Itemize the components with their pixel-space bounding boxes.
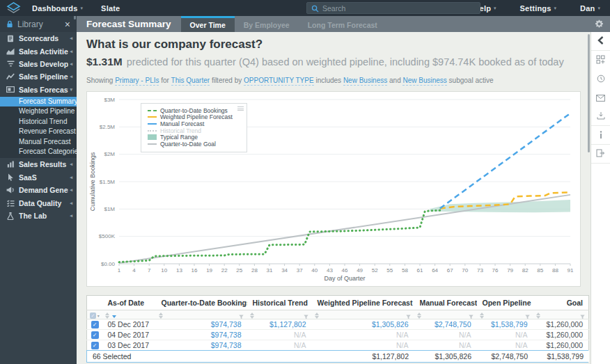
sort-control-weighted-pipeline-forecast[interactable] — [315, 312, 319, 319]
legend-marker-blue-line — [148, 123, 157, 125]
sidebar-item-sales-pipeline[interactable]: Sales Pipeline◂ — [0, 70, 77, 83]
series-quarter-to-date-goal — [119, 195, 570, 263]
filter-link-opportunity-type[interactable]: OPPORTUNITY TYPE — [244, 77, 314, 86]
x-tick-label: 49 — [357, 267, 363, 274]
tab-bar: Over TimeBy EmployeeLong Term Forecast — [181, 16, 386, 32]
sidebar-item-scorecards[interactable]: Scorecards◂ — [0, 32, 77, 45]
cell-quarter-to-date-bookings[interactable]: $974,738 — [156, 340, 247, 351]
sidebar-nav: Scorecards◂Sales Activities◂Sales Develo… — [0, 32, 77, 364]
select-all-checkbox[interactable]: ✓ — [90, 312, 96, 319]
main-scrollbar[interactable] — [588, 34, 591, 152]
sort-control-quarter-to-date-bookings[interactable] — [159, 312, 163, 319]
column-header-historical-trend[interactable]: Historical Trend — [247, 296, 312, 310]
filter-link-primary-plis[interactable]: Primary - PLIs — [115, 77, 159, 86]
filter-funnel-icon[interactable] — [580, 312, 585, 319]
rail-button-history[interactable] — [591, 70, 610, 88]
cell-quarter-to-date-bookings[interactable]: $974,738 — [156, 330, 247, 340]
sort-control-goal[interactable] — [536, 312, 540, 319]
sidebar-item-data-quality[interactable]: Data Quality◂ — [0, 196, 77, 209]
sidebar-item-forecast-summary[interactable]: Forecast Summary — [0, 97, 77, 106]
sidebar-item-sales-development[interactable]: Sales Development◂ — [0, 58, 77, 70]
close-icon[interactable]: × — [65, 19, 70, 29]
tab-by-employee[interactable]: By Employee — [235, 16, 299, 32]
filter-funnel-icon[interactable] — [304, 312, 308, 319]
filter-funnel-icon[interactable] — [525, 312, 530, 319]
filter-summary-line: Showing Primary - PLIs for This Quarter … — [86, 77, 494, 84]
legend-item-quarter-to-date-bookings[interactable]: Quarter-to-Date Bookings — [148, 107, 233, 114]
sidebar-item-manual-forecast[interactable]: Manual Forecast — [0, 137, 77, 147]
rail-button-email[interactable] — [591, 88, 610, 107]
export-icon — [596, 148, 605, 160]
legend-item-quarter-to-date-goal[interactable]: Quarter-to-Date Goal — [148, 141, 233, 148]
legend-menu-icon[interactable] — [237, 106, 244, 112]
search-icon — [311, 5, 319, 13]
sidebar-item-historical-trend[interactable]: Historical Trend — [0, 117, 77, 127]
dashboards-menu[interactable]: Dashboards ▾ — [32, 4, 83, 13]
legend-item-weighted-pipeline-forecast[interactable]: Weighted Pipeline Forecast — [148, 114, 233, 121]
cell-as-of-date: 05 Dec 2017 — [102, 319, 156, 330]
search-input[interactable] — [322, 3, 476, 13]
footer-row: 66 Selected$1,127,802$1,305,826$2,748,75… — [87, 351, 589, 362]
cell-manual-forecast[interactable]: $2,748,750 — [414, 319, 477, 330]
row-checkbox[interactable]: ✓ — [91, 342, 99, 349]
sidebar-item-weighted-pipeline[interactable]: Weighted Pipeline — [0, 106, 77, 116]
rail-button-download[interactable] — [591, 107, 610, 126]
cell-open-pipeline[interactable]: $1,538,799 — [477, 319, 533, 330]
column-header-weighted-pipeline-forecast[interactable]: Weighted Pipeline Forecast — [312, 296, 414, 310]
cell-historical-trend[interactable]: $1,127,802 — [247, 319, 312, 330]
slate-menu[interactable]: Slate — [101, 4, 120, 13]
cell-quarter-to-date-bookings[interactable]: $974,738 — [156, 319, 247, 330]
sidebar-item-label: Sales Pipeline — [19, 72, 68, 81]
legend-item-manual-forecast[interactable]: Manual Forecast — [148, 120, 233, 127]
sidebar-item-forecast-categories[interactable]: Forecast Categories — [0, 147, 77, 157]
legend-item-typical-range[interactable]: Typical Range — [148, 134, 233, 141]
sort-control-open-pipeline[interactable] — [480, 312, 484, 319]
sidebar-item-sales-activities[interactable]: Sales Activities◂ — [0, 45, 77, 57]
column-header-as-of-date[interactable]: As-of Date — [102, 296, 156, 310]
filter-funnel-icon[interactable] — [239, 312, 244, 319]
user-menu[interactable]: Dan ▾ — [580, 4, 600, 13]
active-sort-desc-icon — [112, 314, 116, 319]
sort-control-historical-trend[interactable] — [250, 312, 254, 319]
row-checkbox[interactable]: ✓ — [91, 331, 99, 339]
cell-weighted-pipeline-forecast[interactable]: $1,305,826 — [312, 319, 414, 330]
column-header-quarter-to-date-bookings[interactable]: Quarter-to-Date Bookings — [156, 296, 247, 310]
sidebar-item-the-lab[interactable]: The Lab◂ — [0, 209, 77, 222]
filter-link-new-business[interactable]: New Business — [343, 77, 387, 86]
y-tick-label: $2M — [104, 151, 115, 157]
legend-item-historical-trend[interactable]: Historical Trend — [148, 127, 233, 134]
filter-link-this-quarter[interactable]: This Quarter — [171, 77, 210, 86]
chevron-down-icon[interactable]: ▾ — [96, 314, 100, 318]
sidebar-item-sales-results[interactable]: Sales Results◂ — [0, 158, 77, 171]
flask-icon — [5, 212, 16, 220]
settings-menu[interactable]: Settings ▾ — [520, 4, 557, 13]
rail-button-add-widget[interactable] — [591, 51, 610, 70]
footer-total-manual-forecast: $2,748,750 — [477, 351, 533, 362]
column-header-open-pipeline[interactable]: Open Pipeline — [477, 296, 533, 310]
sidebar-item-sales-forecast[interactable]: Sales Forecast▾ — [0, 84, 77, 96]
dashboards-menu-label: Dashboards — [32, 4, 78, 13]
tab-long-term-forecast[interactable]: Long Term Forecast — [299, 16, 386, 32]
rail-button-info[interactable] — [591, 126, 610, 145]
sidebar-item-demand-generation[interactable]: Demand Generation◂ — [0, 184, 77, 196]
tab-over-time[interactable]: Over Time — [181, 16, 235, 32]
sidebar-item-saas[interactable]: SaaS◂ — [0, 171, 77, 184]
filter-funnel-icon[interactable] — [406, 312, 411, 319]
rail-button-collapse-panel-chevron[interactable] — [591, 32, 610, 51]
sort-control-as-of-date[interactable] — [105, 312, 109, 319]
dashboard-settings-button[interactable] — [595, 19, 610, 29]
filter-funnel-icon[interactable] — [469, 312, 474, 319]
row-checkbox[interactable]: ✓ — [91, 321, 99, 329]
rail-button-export[interactable] — [591, 145, 610, 164]
sidebar-item-label: Sales Activities — [19, 47, 68, 56]
x-tick-label: 34 — [281, 267, 288, 274]
sort-control-manual-forecast[interactable] — [417, 312, 421, 319]
user-menu-label: Dan — [580, 4, 595, 13]
column-header-goal[interactable]: Goal — [533, 296, 589, 310]
sidebar-item-revenue-forecast[interactable]: Revenue Forecast — [0, 127, 77, 136]
cell-manual-forecast: N/A — [414, 330, 477, 340]
column-header-manual-forecast[interactable]: Manual Forecast — [414, 296, 477, 310]
table-filter-row: ✓ ▾ — [87, 310, 589, 319]
filter-link-new-business[interactable]: New Business — [402, 77, 446, 86]
legend-label: Historical Trend — [160, 127, 201, 134]
